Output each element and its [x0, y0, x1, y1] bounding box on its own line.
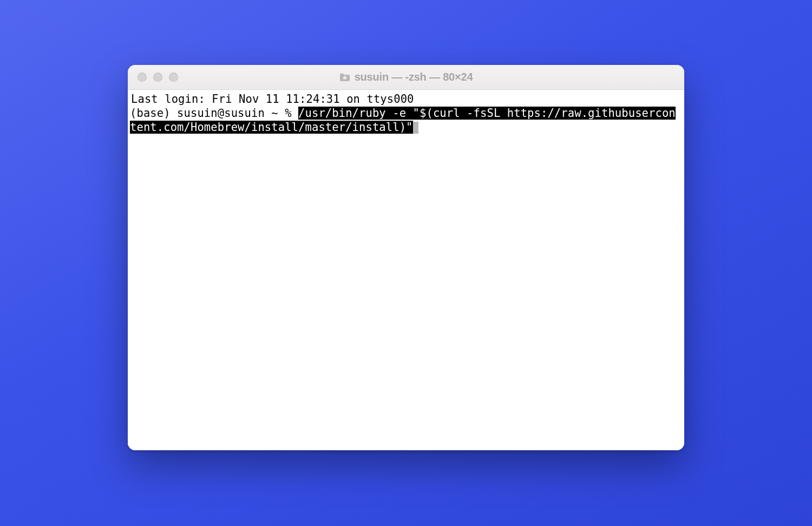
terminal-window: susuin — -zsh — 80×24 Last login: Fri No… — [128, 65, 684, 450]
traffic-lights — [128, 73, 178, 82]
titlebar[interactable]: susuin — -zsh — 80×24 — [128, 65, 684, 90]
last-login-line: Last login: Fri Nov 11 11:24:31 on ttys0… — [130, 92, 682, 106]
minimize-button[interactable] — [153, 73, 162, 82]
window-title: susuin — -zsh — 80×24 — [355, 71, 473, 83]
cursor — [413, 122, 418, 134]
zoom-button[interactable] — [169, 73, 178, 82]
svg-rect-1 — [344, 76, 345, 77]
close-button[interactable] — [137, 73, 147, 82]
svg-rect-0 — [343, 77, 346, 80]
terminal-body[interactable]: Last login: Fri Nov 11 11:24:31 on ttys0… — [128, 90, 684, 450]
shell-prompt: (base) susuin@susuin ~ % — [130, 107, 298, 120]
title-wrap: susuin — -zsh — 80×24 — [128, 71, 684, 83]
folder-icon — [339, 73, 350, 82]
